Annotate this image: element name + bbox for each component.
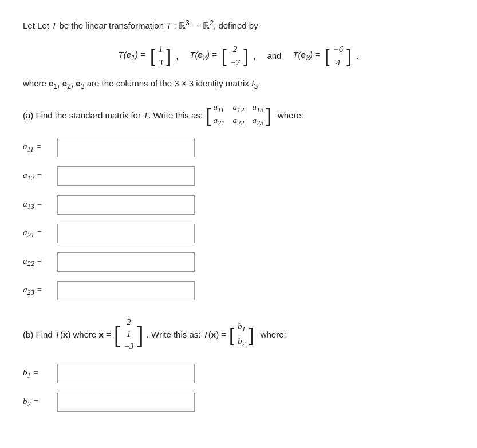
a22-input[interactable] bbox=[57, 252, 195, 272]
standard-matrix-display: [ a11 a12 a13 a21 a22 a23 ] bbox=[206, 101, 271, 129]
a13-row: a13 = bbox=[23, 195, 454, 215]
result-vector: [ b1 b2 ] bbox=[229, 318, 254, 352]
a11-label: a11 = bbox=[23, 142, 57, 154]
a11-input[interactable] bbox=[57, 138, 195, 157]
a22-label: a22 = bbox=[23, 256, 57, 268]
transformation-definitions: T(e1) = [ 1 3 ] , T(e2) = [ 2 −7 ] , and… bbox=[23, 41, 454, 71]
a23-row: a23 = bbox=[23, 281, 454, 300]
a13-label: a13 = bbox=[23, 199, 57, 211]
part-a-where: where: bbox=[278, 110, 303, 120]
b2-input[interactable] bbox=[57, 393, 195, 412]
a12-label: a12 = bbox=[23, 171, 57, 183]
comma-1: , bbox=[176, 51, 178, 61]
a21-label: a21 = bbox=[23, 228, 57, 240]
part-b-where: where: bbox=[261, 330, 286, 339]
a11-row: a11 = bbox=[23, 138, 454, 157]
part-b-title: (b) Find T(x) where x = [ 2 1 −3 ] . Wri… bbox=[23, 314, 454, 355]
part-b-write-as: . Write this as: T(x) = bbox=[147, 330, 226, 339]
t-e2-matrix: [ 2 −7 ] bbox=[222, 41, 249, 71]
intro-text: Let Let T be the linear transformation T… bbox=[23, 17, 454, 33]
and-label: and bbox=[267, 51, 281, 61]
b1-label: b1 = bbox=[23, 368, 57, 380]
a12-row: a12 = bbox=[23, 166, 454, 186]
identity-note: where e1, e2, e3 are the columns of the … bbox=[23, 77, 454, 92]
part-b-label: (b) Find T(x) where x = bbox=[23, 330, 111, 339]
part-a-title: (a) Find the standard matrix for T. Writ… bbox=[23, 101, 454, 129]
b1-input[interactable] bbox=[57, 364, 195, 383]
t-e3-matrix: [ −6 4 ] bbox=[325, 41, 352, 71]
a21-row: a21 = bbox=[23, 224, 454, 243]
a23-input[interactable] bbox=[57, 281, 195, 300]
t-e1-matrix: [ 1 3 ] bbox=[150, 41, 171, 71]
t-e1-label: T(e1) = bbox=[119, 50, 145, 62]
period: . bbox=[356, 51, 358, 61]
a23-label: a23 = bbox=[23, 285, 57, 297]
part-a-label: (a) Find the standard matrix for T. Writ… bbox=[23, 110, 203, 120]
b2-row: b2 = bbox=[23, 393, 454, 412]
t-e3-label: T(e3) = bbox=[293, 50, 320, 62]
a13-input[interactable] bbox=[57, 195, 195, 215]
x-vector: [ 2 1 −3 ] bbox=[114, 314, 144, 355]
comma-2: , bbox=[253, 51, 255, 61]
b1-row: b1 = bbox=[23, 364, 454, 383]
a12-input[interactable] bbox=[57, 166, 195, 186]
a22-row: a22 = bbox=[23, 252, 454, 272]
a21-input[interactable] bbox=[57, 224, 195, 243]
t-e2-label: T(e2) = bbox=[190, 50, 216, 62]
b2-label: b2 = bbox=[23, 397, 57, 409]
